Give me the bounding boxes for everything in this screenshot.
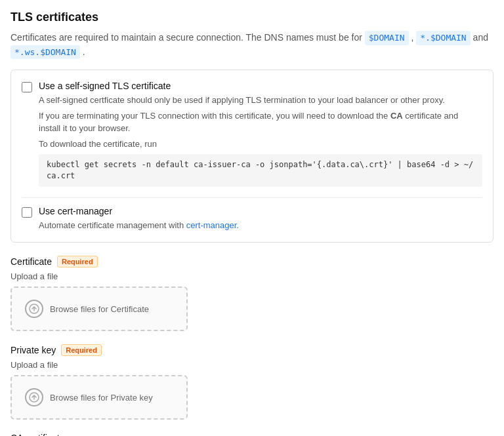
certificate-browse-text: Browse files for Certificate xyxy=(50,304,149,314)
ca-text: CA xyxy=(390,111,403,121)
divider xyxy=(22,197,482,198)
self-signed-row: Use a self-signed TLS certificate A self… xyxy=(22,81,482,189)
private-key-section: Private key Required Upload a file Brows… xyxy=(10,344,494,420)
private-key-header: Private key Required xyxy=(10,344,494,356)
page-title: TLS certificates xyxy=(10,10,494,24)
description-text-start: Certificates are required to maintain a … xyxy=(10,32,362,43)
certificate-label: Certificate xyxy=(10,256,52,267)
certificate-required-badge: Required xyxy=(57,256,98,268)
ca-certificate-header: CA certificate xyxy=(10,433,494,436)
certificate-upload-label: Upload a file xyxy=(10,271,494,281)
cert-manager-checkbox[interactable] xyxy=(22,207,32,218)
private-key-upload-label: Upload a file xyxy=(10,360,494,370)
self-signed-desc1: A self-signed certficate should only be … xyxy=(39,94,482,107)
cert-manager-desc: Automate certificate management with cer… xyxy=(39,219,239,232)
private-key-upload-area[interactable]: Browse files for Private key xyxy=(10,375,188,420)
kubectl-command[interactable]: kubectl get secrets -n default ca-issuer… xyxy=(39,154,482,187)
self-signed-content: Use a self-signed TLS certificate A self… xyxy=(39,81,482,189)
self-signed-desc3: To download the certificate, run xyxy=(39,138,482,151)
star-domain-badge: *.$DOMAIN xyxy=(416,31,470,45)
ca-certificate-label: CA certificate xyxy=(10,433,64,436)
ws-domain-badge: *.ws.$DOMAIN xyxy=(10,45,80,60)
self-signed-desc2: If you are terminating your TLS connecti… xyxy=(39,109,482,135)
cert-manager-link[interactable]: cert-manager xyxy=(186,220,237,230)
dot: . xyxy=(83,47,85,57)
private-key-label: Private key xyxy=(10,345,56,355)
certificate-upload-icon xyxy=(25,300,43,318)
options-section: Use a self-signed TLS certificate A self… xyxy=(10,69,494,243)
private-key-upload-icon xyxy=(25,388,43,406)
private-key-required-badge: Required xyxy=(61,344,102,356)
self-signed-label[interactable]: Use a self-signed TLS certificate xyxy=(39,81,171,91)
page-description: Certificates are required to maintain a … xyxy=(10,31,494,59)
description-text-end: and xyxy=(473,32,488,43)
private-key-browse-text: Browse files for Private key xyxy=(50,393,153,403)
cert-manager-content: Use cert-manager Automate certificate ma… xyxy=(39,206,239,232)
self-signed-checkbox[interactable] xyxy=(22,82,32,92)
certificate-section: Certificate Required Upload a file Brows… xyxy=(10,256,494,331)
certificate-header: Certificate Required xyxy=(10,256,494,268)
cert-manager-row: Use cert-manager Automate certificate ma… xyxy=(22,206,482,232)
certificate-upload-area[interactable]: Browse files for Certificate xyxy=(10,287,188,331)
cert-manager-label[interactable]: Use cert-manager xyxy=(39,206,112,216)
domain-badge: $DOMAIN xyxy=(365,31,409,45)
ca-certificate-section: CA certificate Upload a file Browse file… xyxy=(10,433,494,436)
